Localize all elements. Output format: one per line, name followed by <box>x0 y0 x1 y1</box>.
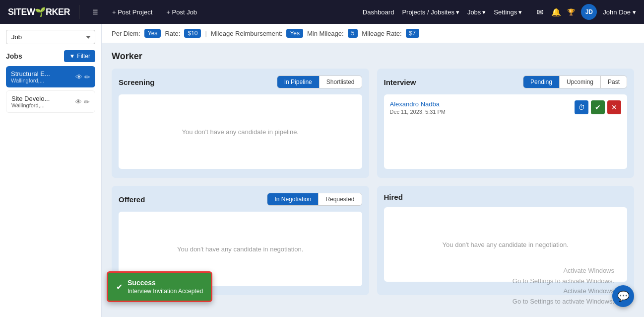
interview-card-body: Alexandro Nadba Dec 11, 2023, 5:31 PM ⏱ … <box>384 94 628 169</box>
per-diem-value-badge: Yes <box>144 29 161 38</box>
interview-card-title: Interview <box>384 78 416 86</box>
job-location-0: Wallingford,... <box>11 78 50 83</box>
success-toast: ✔ Success Interview Invitation Accepted <box>107 271 212 302</box>
offered-tab-group: In Negotiation Requested <box>267 193 362 206</box>
top-bar: Per Diem: Yes Rate: $10 | Mileage Reimbu… <box>102 24 644 43</box>
mileage-value-badge: Yes <box>286 29 303 38</box>
toast-check-icon: ✔ <box>116 282 123 292</box>
hired-empty-message: You don't have any candidate in negotiat… <box>443 241 569 248</box>
per-diem-label: Per Diem: <box>112 30 140 37</box>
jobs-link[interactable]: Jobs ▾ <box>464 6 489 18</box>
sidebar-header: Jobs ▼ Filter <box>6 50 95 62</box>
candidate-info: Alexandro Nadba Dec 11, 2023, 5:31 PM <box>390 100 446 115</box>
job-actions-0: 👁 ✏ <box>75 73 90 81</box>
chat-widget-button[interactable]: 💬 <box>612 285 634 307</box>
nav-divider <box>79 5 79 19</box>
tab-upcoming[interactable]: Upcoming <box>559 76 600 88</box>
sidebar: Job Jobs ▼ Filter Structural E... Wallin… <box>0 24 102 317</box>
filter-button[interactable]: ▼ Filter <box>64 50 95 62</box>
hamburger-menu-button[interactable]: ☰ <box>88 6 102 18</box>
candidate-row: Alexandro Nadba Dec 11, 2023, 5:31 PM ⏱ … <box>390 100 622 115</box>
candidate-name[interactable]: Alexandro Nadba <box>390 100 446 108</box>
screening-card-title: Screening <box>119 78 155 86</box>
candidate-clock-button[interactable]: ⏱ <box>575 100 588 114</box>
job-actions-1: 👁 ✏ <box>75 98 90 106</box>
tab-in-negotiation[interactable]: In Negotiation <box>267 193 318 205</box>
interview-card-header: Interview Pending Upcoming Past <box>384 76 628 88</box>
offered-empty-message: You don't have any candidate in negotiat… <box>177 245 303 253</box>
filter-icon: ▼ <box>69 53 75 60</box>
username-menu[interactable]: John Doe ▾ <box>603 8 636 16</box>
candidate-reject-button[interactable]: ✕ <box>607 100 621 114</box>
tab-requested[interactable]: Requested <box>318 193 361 205</box>
toast-title: Success <box>128 279 203 287</box>
edit-icon-0[interactable]: ✏ <box>84 73 90 81</box>
app-logo: SITEW🌱RKER <box>8 6 70 17</box>
sidebar-job-item-1[interactable]: Site Develo... Wallingford,... 👁 ✏ <box>6 90 95 113</box>
interview-card: Interview Pending Upcoming Past Alexandr… <box>377 69 635 178</box>
edit-icon-1[interactable]: ✏ <box>84 98 90 106</box>
sidebar-jobs-label: Jobs <box>6 52 22 60</box>
toast-text: Success Interview Invitation Accepted <box>128 279 203 295</box>
post-project-button[interactable]: + Post Project <box>108 6 156 18</box>
mileage-rate-value-badge: $7 <box>406 29 419 38</box>
screening-card: Screening In Pipeline Shortlisted You do… <box>112 69 369 178</box>
trophy-icon: 🏆 <box>567 8 575 16</box>
avatar[interactable]: JD <box>581 4 597 20</box>
candidate-date: Dec 11, 2023, 5:31 PM <box>390 109 446 115</box>
nav-icons: ✉ 🔔 🏆 <box>535 5 575 19</box>
job-item-text-0: Structural E... Wallingford,... <box>11 70 50 83</box>
hired-card-title: Hired <box>384 193 403 201</box>
offered-card-header: Offered In Negotiation Requested <box>119 193 362 206</box>
notification-icon-button[interactable]: 🔔 <box>549 5 563 19</box>
dashboard-link[interactable]: Dashboard <box>360 6 397 18</box>
sidebar-job-item-0[interactable]: Structural E... Wallingford,... 👁 ✏ <box>6 66 95 87</box>
mileage-rate-label: Mileage Rate: <box>362 30 401 37</box>
job-name-0: Structural E... <box>11 70 50 78</box>
candidate-accept-button[interactable]: ✔ <box>591 100 605 114</box>
job-location-1: Wallingford,... <box>11 102 50 108</box>
min-mileage-value-badge: 5 <box>348 29 358 38</box>
screening-empty-message: You don't have any candidate in pipeline… <box>182 128 299 136</box>
tab-past[interactable]: Past <box>600 76 627 88</box>
projects-link[interactable]: Projects / Jobsites ▾ <box>399 6 462 18</box>
settings-link[interactable]: Settings ▾ <box>491 6 525 18</box>
interview-tab-group: Pending Upcoming Past <box>523 76 627 88</box>
tab-in-pipeline[interactable]: In Pipeline <box>277 76 319 88</box>
screening-card-body: You don't have any candidate in pipeline… <box>119 94 362 169</box>
tab-pending[interactable]: Pending <box>523 76 559 88</box>
job-name-1: Site Develo... <box>11 95 50 102</box>
eye-icon-1[interactable]: 👁 <box>75 98 82 106</box>
rate-value-badge: $10 <box>184 29 201 38</box>
toast-subtitle: Interview Invitation Accepted <box>128 288 203 295</box>
hired-card-header: Hired <box>384 193 628 201</box>
rate-label: Rate: <box>165 30 180 37</box>
separator-1: | <box>205 30 206 37</box>
min-mileage-label: Min Mileage: <box>307 30 344 37</box>
tab-shortlisted[interactable]: Shortlisted <box>319 76 362 88</box>
mail-icon-button[interactable]: ✉ <box>535 5 545 19</box>
candidate-actions: ⏱ ✔ ✕ <box>575 100 621 114</box>
main-layout: Job Jobs ▼ Filter Structural E... Wallin… <box>0 24 644 317</box>
worker-title: Worker <box>112 51 634 62</box>
nav-links: Dashboard Projects / Jobsites ▾ Jobs ▾ S… <box>360 6 525 18</box>
worker-section: Worker Screening In Pipeline Shortlisted… <box>102 43 644 303</box>
navbar: SITEW🌱RKER ☰ + Post Project + Post Job D… <box>0 0 644 24</box>
content-area: Per Diem: Yes Rate: $10 | Mileage Reimbu… <box>102 24 644 317</box>
job-item-text-1: Site Develo... Wallingford,... <box>11 95 50 108</box>
job-type-select[interactable]: Job <box>6 30 95 44</box>
hired-card-body: You don't have any candidate in negotiat… <box>384 207 628 282</box>
hired-card: Hired You don't have any candidate in ne… <box>377 186 635 295</box>
screening-card-header: Screening In Pipeline Shortlisted <box>119 76 362 88</box>
post-job-button[interactable]: + Post Job <box>162 6 201 18</box>
mileage-label: Mileage Reimbursement: <box>211 30 283 37</box>
cards-grid: Screening In Pipeline Shortlisted You do… <box>112 69 634 295</box>
offered-card-title: Offered <box>119 195 145 204</box>
screening-tab-group: In Pipeline Shortlisted <box>277 76 362 88</box>
eye-icon-0[interactable]: 👁 <box>75 73 82 81</box>
